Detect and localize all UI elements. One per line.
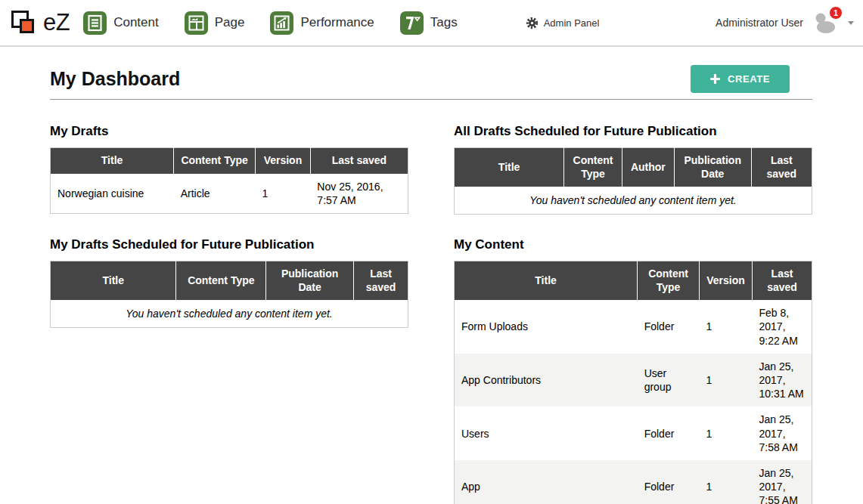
nav-item-page[interactable]: Page: [185, 11, 245, 35]
section-my-drafts: My Drafts TitleContent TypeVersionLast s…: [50, 124, 408, 214]
plus-icon: [710, 74, 720, 84]
dashboard-page: My Dashboard CREATE My Drafts TitleConte…: [50, 47, 812, 504]
table-cell: Article: [174, 174, 256, 214]
table-cell: 1: [256, 174, 311, 214]
table-row[interactable]: Norwegian cuisineArticle1Nov 25, 2016, 7…: [51, 174, 408, 214]
admin-panel-button[interactable]: Admin Panel: [526, 17, 600, 29]
my-drafts-scheduled-table: TitleContent TypePublication DateLast sa…: [50, 261, 408, 328]
page-title: My Dashboard: [50, 68, 180, 90]
table-cell: 1: [700, 300, 753, 354]
notification-badge: 1: [829, 6, 843, 20]
column-header: Author: [622, 148, 674, 187]
nav-label-performance: Performance: [300, 15, 374, 30]
column-header: Title: [51, 148, 174, 174]
section-title-my-drafts-scheduled: My Drafts Scheduled for Future Publicati…: [50, 237, 408, 252]
dashboard-grid: My Drafts TitleContent TypeVersionLast s…: [50, 124, 812, 504]
column-header: Content Type: [174, 148, 256, 174]
nav-item-tags[interactable]: Tags: [400, 11, 458, 35]
table-cell: 1: [700, 460, 753, 504]
top-navbar: eZ Content Page: [0, 0, 863, 47]
header-row: TitleContent TypePublication DateLast sa…: [51, 261, 408, 301]
table-row[interactable]: App ContributorsUser group1Jan 25, 2017,…: [455, 354, 812, 407]
nav-label-tags: Tags: [430, 15, 458, 30]
table-cell: Feb 8, 2017, 9:22 AM: [753, 300, 812, 354]
column-header: Content Type: [638, 261, 700, 301]
column-header: Last saved: [310, 148, 408, 174]
performance-icon: [270, 11, 293, 35]
my-drafts-table: TitleContent TypeVersionLast savedNorweg…: [50, 147, 408, 214]
table-cell: Jan 25, 2017, 7:55 AM: [753, 460, 812, 504]
user-name: Administrator User: [716, 17, 803, 29]
header-row: TitleContent TypeVersionLast saved: [455, 261, 812, 301]
create-button[interactable]: CREATE: [691, 65, 790, 93]
column-header: Content Type: [176, 261, 266, 301]
table-cell: Nov 25, 2016, 7:57 AM: [310, 174, 408, 214]
column-header: Last saved: [751, 148, 812, 187]
all-drafts-scheduled-table: TitleContent TypeAuthorPublication DateL…: [454, 147, 812, 215]
table-cell: Users: [455, 407, 638, 460]
empty-state-message: You haven't scheduled any content item y…: [51, 300, 408, 328]
column-header: Publication Date: [674, 148, 751, 187]
create-button-label: CREATE: [728, 73, 770, 85]
column-header: Last saved: [753, 261, 812, 301]
column-header: Version: [700, 261, 753, 301]
table-cell: Folder: [638, 407, 700, 460]
table-cell: User group: [638, 354, 700, 407]
title-divider: [50, 99, 812, 100]
column-header: Title: [455, 148, 564, 187]
column-header: Title: [455, 261, 638, 301]
section-all-drafts-scheduled: All Drafts Scheduled for Future Publicat…: [454, 124, 812, 215]
column-header: Version: [256, 148, 311, 174]
nav-item-content[interactable]: Content: [83, 11, 159, 35]
avatar: 1: [811, 11, 839, 34]
section-my-drafts-scheduled: My Drafts Scheduled for Future Publicati…: [50, 237, 408, 328]
nav-label-page: Page: [215, 15, 245, 30]
page-header: My Dashboard CREATE: [50, 65, 812, 93]
table-cell: App: [455, 460, 638, 504]
table-row[interactable]: Form UploadsFolder1Feb 8, 2017, 9:22 AM: [455, 300, 812, 354]
table-cell: 1: [700, 354, 753, 407]
table-cell: 1: [700, 407, 753, 460]
table-cell: Jan 25, 2017, 7:58 AM: [753, 407, 812, 460]
table-row[interactable]: AppFolder1Jan 25, 2017, 7:55 AM: [455, 460, 812, 504]
header-row: TitleContent TypeAuthorPublication DateL…: [455, 148, 812, 187]
admin-panel-label: Admin Panel: [544, 17, 600, 29]
page-icon: [185, 11, 208, 35]
logo-orange-square: [20, 19, 34, 33]
table-cell: Jan 25, 2017, 10:31 AM: [753, 354, 812, 407]
header-row: TitleContent TypeVersionLast saved: [51, 148, 408, 174]
empty-state-row: You haven't scheduled any content item y…: [455, 187, 812, 215]
my-content-table: TitleContent TypeVersionLast savedForm U…: [454, 261, 812, 504]
empty-state-message: You haven't scheduled any content item y…: [455, 187, 812, 215]
section-title-all-drafts-scheduled: All Drafts Scheduled for Future Publicat…: [454, 124, 812, 139]
section-my-content: My Content TitleContent TypeVersionLast …: [454, 237, 812, 504]
nav-item-performance[interactable]: Performance: [270, 11, 374, 35]
table-cell: Folder: [638, 460, 700, 504]
table-cell: Form Uploads: [455, 300, 638, 354]
ez-logo-icon: [11, 8, 38, 37]
column-header: Title: [51, 261, 176, 301]
column-header: Publication Date: [266, 261, 354, 301]
main-nav: Content Page Performance: [83, 11, 458, 35]
user-menu[interactable]: Administrator User 1: [716, 11, 854, 34]
nav-label-content: Content: [113, 15, 159, 30]
column-header: Last saved: [354, 261, 408, 301]
section-title-my-drafts: My Drafts: [50, 124, 408, 139]
column-header: Content Type: [564, 148, 622, 187]
section-title-my-content: My Content: [454, 237, 812, 252]
ez-logo-text: eZ: [43, 9, 70, 36]
empty-state-row: You haven't scheduled any content item y…: [51, 300, 408, 328]
table-cell: Norwegian cuisine: [51, 174, 174, 214]
chevron-down-icon: [848, 21, 854, 25]
gear-icon: [526, 17, 539, 29]
content-icon: [83, 11, 107, 35]
table-cell: App Contributors: [455, 354, 638, 407]
table-row[interactable]: UsersFolder1Jan 25, 2017, 7:58 AM: [455, 407, 812, 460]
ez-logo[interactable]: eZ: [11, 8, 70, 37]
table-cell: Folder: [638, 300, 700, 354]
tags-icon: [400, 11, 424, 35]
